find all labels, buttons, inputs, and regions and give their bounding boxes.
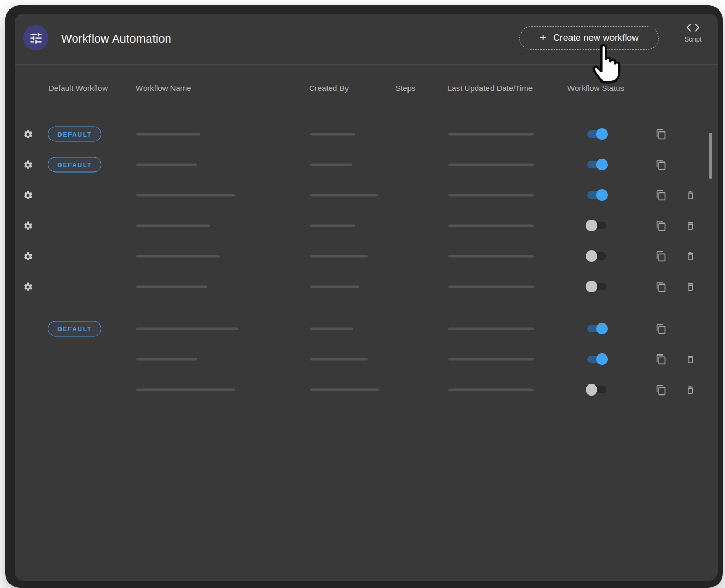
created-by-placeholder [310,225,355,227]
workflow-name-placeholder [136,255,220,258]
toggle-knob [596,128,608,140]
create-new-workflow-label: Create new workflow [553,33,638,44]
workflow-name-placeholder [136,225,210,227]
created-by-placeholder [310,286,359,288]
trash-icon [685,354,696,365]
last-updated-placeholder [448,164,534,166]
row-type-icon-wrap [23,189,33,201]
table-row: DEFAULT [15,180,718,210]
workflow-status-toggle[interactable] [586,383,608,396]
toggle-knob [586,250,597,262]
default-badge: DEFAULT [48,157,101,173]
delete-workflow-button[interactable] [684,353,697,366]
column-header-workflow-status: Workflow Status [567,83,624,92]
created-by-placeholder [310,133,355,136]
table-row: DEFAULT [15,241,718,271]
copy-workflow-button[interactable] [655,280,667,293]
copy-workflow-button[interactable] [655,353,667,366]
copy-workflow-button[interactable] [655,128,667,140]
delete-workflow-button[interactable] [684,219,697,232]
spade-icon [24,323,32,334]
table-column-headers: Default Workflow Workflow Name Created B… [15,64,718,111]
copy-icon [656,190,667,201]
created-by-placeholder [310,194,378,197]
copy-icon [656,384,667,396]
copy-icon [656,354,667,365]
workflow-status-toggle[interactable] [586,322,608,335]
created-by-placeholder [310,358,368,361]
copy-icon [656,159,667,170]
script-label: Script [684,35,701,43]
default-badge: DEFAULT [48,127,101,142]
last-updated-placeholder [448,225,534,227]
workflow-panel: Workflow Automation + Create new workflo… [15,14,718,581]
delete-workflow-button[interactable] [684,250,697,262]
copy-icon [656,281,667,292]
workflow-group-2: DEFAULT [15,313,718,405]
workflow-name-placeholder [136,194,235,197]
workflow-group-1: DEFAULT [15,119,718,302]
workflow-automation-page: Workflow Automation + Create new workflo… [0,0,725,588]
copy-icon [656,251,667,262]
gear-icon [23,282,33,292]
table-row: DEFAULT [15,210,718,241]
table-row: DEFAULT [15,313,718,344]
trash-icon [685,190,696,201]
copy-icon [656,323,667,334]
copy-workflow-button[interactable] [655,158,667,171]
workflow-status-toggle[interactable] [586,353,608,366]
copy-workflow-button[interactable] [655,383,667,396]
row-type-icon-wrap [23,250,33,262]
copy-workflow-button[interactable] [655,250,667,262]
copy-workflow-button[interactable] [655,189,667,201]
copy-icon [656,129,667,140]
toggle-knob [596,189,608,201]
trash-icon [685,220,696,231]
workflow-status-toggle[interactable] [586,158,608,171]
gear-icon [23,160,33,170]
copy-icon [656,220,667,231]
delete-workflow-button[interactable] [684,189,697,201]
code-brackets-icon [685,23,701,32]
workflow-name-placeholder [136,133,200,136]
delete-workflow-button[interactable] [684,383,697,396]
table-row: DEFAULT [15,344,718,374]
workflow-name-placeholder [136,389,235,391]
gear-icon [23,251,33,261]
row-type-icon-wrap [23,220,33,231]
workflow-status-toggle[interactable] [586,189,608,201]
last-updated-placeholder [448,133,534,136]
column-header-divider [15,111,718,111]
workflow-status-toggle[interactable] [586,219,608,232]
table-row: DEFAULT [15,271,718,302]
row-type-icon-wrap [23,323,33,334]
create-new-workflow-button[interactable]: + Create new workflow [519,26,659,50]
copy-workflow-button[interactable] [655,322,667,335]
table-row: DEFAULT [15,149,718,180]
workflow-automation-icon [23,25,48,50]
row-type-icon-wrap [23,159,33,170]
spade-icon [24,353,32,365]
workflow-status-toggle[interactable] [586,250,608,262]
workflow-status-toggle[interactable] [586,280,608,293]
toggle-knob [596,159,608,170]
scrollbar-thumb[interactable] [709,133,712,179]
toggle-knob [586,220,597,231]
table-row: DEFAULT [15,374,718,405]
toggle-knob [596,323,608,334]
table-row: DEFAULT [15,119,718,149]
last-updated-placeholder [448,286,534,288]
workflow-status-toggle[interactable] [586,128,608,140]
group-divider [15,307,718,307]
toggle-knob [596,353,608,365]
workflow-name-placeholder [136,358,197,361]
copy-workflow-button[interactable] [655,219,667,232]
default-badge: DEFAULT [48,321,101,337]
delete-workflow-button[interactable] [684,280,697,293]
trash-icon [685,281,696,292]
script-button[interactable]: Script [676,23,710,43]
row-type-icon-wrap [23,353,33,365]
column-header-workflow-name: Workflow Name [136,83,191,92]
column-header-created-by: Created By [309,83,349,92]
workflow-name-placeholder [136,164,197,166]
